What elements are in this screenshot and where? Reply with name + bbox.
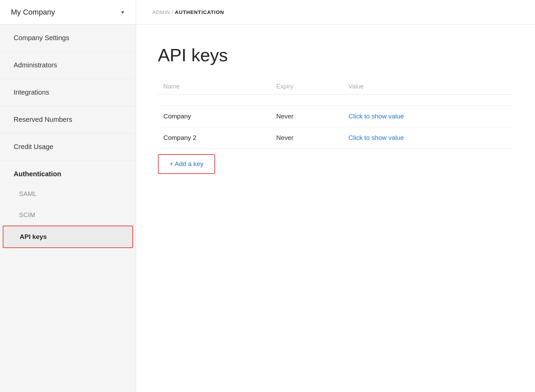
row2-name: Company 2 [158,127,271,149]
col-header-value: Value [343,79,513,95]
col-header-name: Name [158,79,271,95]
breadcrumb-separator: / [172,9,175,15]
main-content: API keys Name Expiry Value Company Never… [136,24,535,392]
sidebar-item-api-keys[interactable]: API keys [3,226,133,248]
sidebar-section-authentication: Authentication [0,161,136,183]
breadcrumb-parent: ADMIN [152,9,170,15]
breadcrumb-current: AUTHENTICATION [175,9,224,15]
sidebar-item-reserved-numbers[interactable]: Reserved Numbers [0,106,136,133]
sidebar-item-scim[interactable]: SCIM [0,205,136,226]
table-row-empty [158,95,513,106]
sidebar-item-saml[interactable]: SAML [0,183,136,205]
dropdown-arrow-icon: ▼ [120,10,125,15]
add-key-button[interactable]: + Add a key [158,154,215,174]
sidebar-item-integrations[interactable]: Integrations [0,79,136,106]
row1-expiry: Never [271,106,343,127]
sidebar-item-company-settings[interactable]: Company Settings [0,24,136,52]
sidebar-item-credit-usage[interactable]: Credit Usage [0,133,136,161]
company-name: My Company [11,8,117,17]
row2-show-value[interactable]: Click to show value [343,127,513,149]
row1-show-value[interactable]: Click to show value [343,106,513,127]
api-keys-table: Name Expiry Value Company Never Click to… [158,79,513,149]
page-title: API keys [158,45,513,65]
sidebar: Company Settings Administrators Integrat… [0,24,136,392]
breadcrumb: ADMIN / AUTHENTICATION [136,9,240,15]
table-row: Company Never Click to show value [158,106,513,127]
company-selector[interactable]: My Company ▼ [0,0,136,24]
row1-name: Company [158,106,271,127]
col-header-expiry: Expiry [271,79,343,95]
row2-expiry: Never [271,127,343,149]
sidebar-item-administrators[interactable]: Administrators [0,52,136,79]
table-row: Company 2 Never Click to show value [158,127,513,149]
